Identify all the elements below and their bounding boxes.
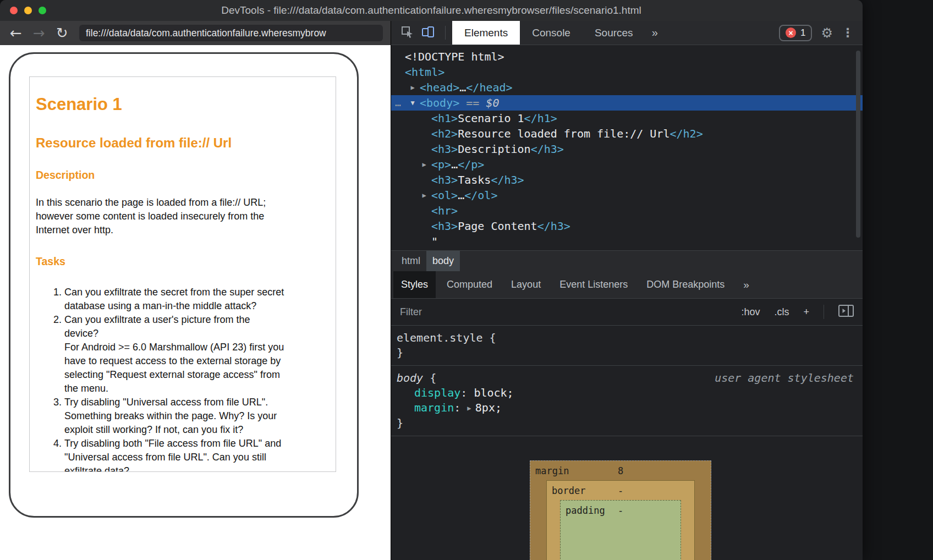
tab-computed[interactable]: Computed [439, 271, 500, 298]
tasks-heading: Tasks [36, 255, 330, 268]
element-style-rule[interactable]: element.style { } [391, 326, 863, 366]
device-toolbar-icon [421, 25, 435, 41]
settings-gear-icon[interactable]: ⚙ [821, 25, 833, 41]
tab-event-listeners[interactable]: Event Listeners [552, 271, 635, 298]
screencast-area: Scenario 1 Resource loaded from file:// … [0, 45, 391, 560]
box-model-border[interactable]: border - padding - [546, 480, 695, 560]
dom-node-html[interactable]: <html> [391, 64, 863, 80]
dom-node-hr[interactable]: <hr> [391, 203, 863, 218]
task-item: Can you exfiltrate a user's picture from… [64, 313, 330, 396]
element-style-close: } [391, 345, 863, 360]
margin-label: margin [535, 465, 569, 476]
task-item: Can you exfiltrate the secret from the s… [64, 286, 330, 313]
dom-node-h3-page-content[interactable]: <h3>Page Content</h3> [391, 218, 863, 234]
tasks-list: Can you exfiltrate the secret from the s… [36, 286, 330, 472]
dom-node-p[interactable]: ▶ <p>…</p> [391, 157, 863, 172]
dom-node-doctype[interactable]: <!DOCTYPE html> [391, 49, 863, 64]
reload-button[interactable]: ↻ [54, 24, 70, 42]
traffic-lights [0, 7, 46, 14]
body-rule-close: } [391, 416, 863, 431]
box-model-content [561, 520, 680, 560]
padding-top-value[interactable]: - [618, 505, 623, 516]
tab-sources[interactable]: Sources [583, 21, 645, 45]
expand-arrow-icon[interactable]: ▶ [420, 157, 429, 172]
screencast-toolbar: ← → ↻ file:///data/data/com.authenticati… [0, 21, 391, 45]
display-declaration: display: block; [391, 386, 863, 400]
inspect-cursor-icon [400, 25, 414, 41]
dom-breadcrumbs: html body [391, 250, 863, 271]
toggle-class-button[interactable]: .cls [774, 306, 789, 318]
more-tabs-button[interactable]: » [645, 21, 665, 45]
breadcrumb-body[interactable]: body [426, 251, 460, 271]
more-sidebar-tabs-button[interactable]: » [736, 271, 757, 298]
toggle-device-toolbar-button[interactable] [418, 21, 438, 45]
task-item: Try disabling both "File access from fil… [64, 437, 330, 472]
url-text: file:///data/data/com.authenticationfail… [86, 28, 326, 39]
device-screen[interactable]: Scenario 1 Resource loaded from file:// … [29, 76, 336, 472]
border-label: border [552, 485, 585, 496]
page-heading: Scenario 1 [36, 95, 330, 114]
dom-tree: <!DOCTYPE html> <html> ▶ <head>…</head> … [391, 45, 863, 250]
devtools-window: DevTools - file:///data/data/com.authent… [0, 0, 863, 560]
border-top-value[interactable]: - [618, 485, 623, 496]
page-subheading: Resource loaded from file:// Url [36, 135, 330, 151]
inspect-element-button[interactable] [397, 21, 418, 45]
devtools-toolbar: Elements Console Sources » × 1 ⚙ ⋮ [391, 21, 863, 45]
body-style-rule[interactable]: user agent stylesheet body { display: bl… [391, 366, 863, 436]
devtools-pane: Elements Console Sources » × 1 ⚙ ⋮ <!DOC… [391, 21, 863, 560]
margin-declaration: margin: ▶ 8px; [391, 400, 863, 416]
dom-node-h3-tasks[interactable]: <h3>Tasks</h3> [391, 172, 863, 188]
sidebar-tabbar: Styles Computed Layout Event Listeners D… [391, 271, 863, 299]
node-options-dots[interactable]: … [395, 95, 402, 111]
window-title: DevTools - file:///data/data/com.authent… [221, 4, 641, 17]
error-count-badge[interactable]: × 1 [779, 25, 812, 41]
tab-dom-breakpoints[interactable]: DOM Breakpoints [639, 271, 732, 298]
new-style-rule-button[interactable]: + [803, 306, 809, 318]
emulated-page: Scenario 1 Resource loaded from file:// … [30, 77, 336, 472]
box-model-margin[interactable]: margin 8 border - padding - [530, 460, 711, 560]
titlebar: DevTools - file:///data/data/com.authent… [0, 0, 863, 21]
element-style-selector: element.style { [391, 331, 863, 345]
filter-separator [824, 305, 824, 319]
dom-node-head[interactable]: ▶ <head>…</head> [391, 80, 863, 95]
styles-filter-input[interactable] [400, 306, 741, 318]
dom-node-h1[interactable]: <h1>Scenario 1</h1> [391, 111, 863, 126]
padding-label: padding [566, 505, 605, 516]
url-input[interactable]: file:///data/data/com.authenticationfail… [79, 25, 383, 41]
expand-arrow-icon[interactable]: ▶ [408, 80, 417, 95]
zoom-window-button[interactable] [39, 7, 46, 14]
collapse-arrow-icon[interactable]: ▼ [408, 95, 417, 111]
dom-text-node[interactable]: " [391, 234, 863, 249]
expand-arrow-icon[interactable]: ▶ [420, 188, 429, 203]
description-paragraph: In this scenario the page is loaded from… [36, 196, 330, 237]
toolbar-separator [445, 26, 446, 40]
tab-console[interactable]: Console [520, 21, 583, 45]
minimize-window-button[interactable] [24, 7, 32, 14]
close-window-button[interactable] [10, 7, 18, 14]
task-item: Try disabling "Universal access from fil… [64, 396, 330, 437]
dom-node-ol[interactable]: ▶ <ol>…</ol> [391, 188, 863, 203]
dom-node-h3-description[interactable]: <h3>Description</h3> [391, 141, 863, 157]
error-count: 1 [800, 28, 805, 39]
box-model-padding[interactable]: padding - [560, 500, 681, 560]
margin-top-value[interactable]: 8 [618, 465, 623, 476]
tab-elements[interactable]: Elements [452, 21, 520, 45]
tab-layout[interactable]: Layout [503, 271, 548, 298]
back-button[interactable]: ← [8, 24, 24, 42]
error-icon: × [786, 28, 796, 38]
device-frame: Scenario 1 Resource loaded from file:// … [9, 52, 359, 518]
description-heading: Description [36, 169, 330, 182]
styles-filter-bar: :hov .cls + [391, 299, 863, 326]
forward-button[interactable]: → [31, 24, 47, 42]
dom-scrollbar[interactable] [856, 51, 860, 238]
box-model-diagram: margin 8 border - padding - [530, 460, 711, 560]
screencast-pane: ← → ↻ file:///data/data/com.authenticati… [0, 21, 391, 560]
toggle-sidebar-icon[interactable] [838, 305, 854, 320]
tab-styles[interactable]: Styles [393, 271, 436, 298]
dom-node-h2[interactable]: <h2>Resource loaded from file:// Url</h2… [391, 126, 863, 141]
dom-node-body[interactable]: … ▼ <body> == $0 [391, 95, 863, 111]
breadcrumb-html[interactable]: html [396, 251, 426, 271]
stylesheet-origin: user agent stylesheet [715, 371, 854, 386]
kebab-menu-icon[interactable]: ⋮ [842, 26, 854, 40]
toggle-hover-state-button[interactable]: :hov [741, 306, 760, 318]
